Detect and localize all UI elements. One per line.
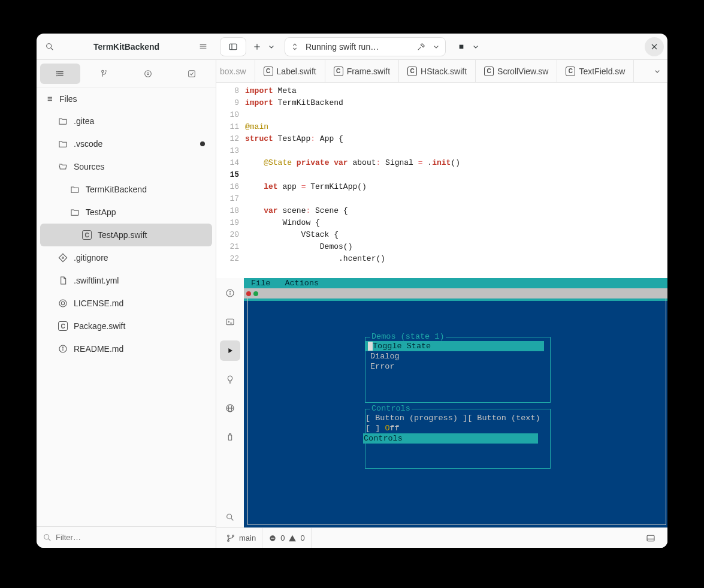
controls-checkbox[interactable]: [ ] Off xyxy=(363,423,402,433)
terminal-cursor xyxy=(368,342,373,351)
stop-dropdown[interactable] xyxy=(470,37,482,56)
search-icon xyxy=(225,512,235,522)
sidebar: Files .gitea.vscodeSourcesTermKitBackend… xyxy=(37,60,216,548)
run-omnibar[interactable]: Running swift run… xyxy=(285,37,446,56)
svg-point-25 xyxy=(62,257,64,259)
activity-icon xyxy=(288,42,302,52)
rail-search-button[interactable] xyxy=(220,507,240,527)
new-group xyxy=(249,37,277,56)
terminal-menu-actions[interactable]: Actions xyxy=(285,278,319,288)
modified-dot xyxy=(200,141,205,146)
rail-run-button[interactable] xyxy=(220,340,240,361)
tree-row[interactable]: LICENSE.md xyxy=(40,292,212,315)
tree-row[interactable]: .vscode xyxy=(40,132,212,155)
sidebar-tab-vcs[interactable] xyxy=(84,64,124,84)
demos-row[interactable]: Dialog xyxy=(368,351,402,361)
code-scroll[interactable]: 8910111213141516171819202122 import Meta… xyxy=(216,83,667,278)
status-right xyxy=(641,529,664,548)
tree-row[interactable]: TermKitBackend xyxy=(40,178,212,201)
new-dropdown[interactable] xyxy=(265,37,277,56)
close-window-button[interactable] xyxy=(645,37,664,56)
editor-tab[interactable]: box.sw xyxy=(216,60,255,82)
stop-button[interactable] xyxy=(453,37,470,56)
traffic-light-green xyxy=(253,291,258,296)
svg-line-1 xyxy=(51,48,53,50)
traffic-light-red xyxy=(246,291,251,296)
filter-input[interactable] xyxy=(56,533,210,542)
tree-row[interactable]: .gitignore xyxy=(40,246,212,269)
omnibar-dropdown[interactable] xyxy=(430,42,443,52)
tree-label: .swiftlint.yml xyxy=(74,276,205,285)
build-button[interactable] xyxy=(413,42,430,52)
demos-row[interactable]: Error xyxy=(368,361,397,372)
demos-frame[interactable]: Demos (state 1) Toggle StateDialogError xyxy=(365,337,551,403)
rail-info-button[interactable] xyxy=(220,283,240,303)
svg-point-20 xyxy=(147,73,149,74)
svg-rect-21 xyxy=(189,71,195,77)
rail-hints-button[interactable] xyxy=(220,369,240,390)
tree-row[interactable]: .gitea xyxy=(40,110,212,132)
svg-point-17 xyxy=(56,76,57,76)
hamburger-menu-button[interactable] xyxy=(194,37,213,56)
global-search-button[interactable] xyxy=(40,37,59,56)
controls-frame[interactable]: Controls [ Button (progress) ][ Button (… xyxy=(365,409,551,469)
branch-name: main xyxy=(239,533,256,542)
terminal-pane: File Actions Demos (state 1) Toggle Stat… xyxy=(216,278,667,527)
svg-point-16 xyxy=(56,74,57,74)
ide-window: TermKitBackend Running sw xyxy=(37,34,667,548)
controls-line-1[interactable]: [ Button (progress) ][ Button (text) xyxy=(363,413,543,423)
toggle-sidebar-button[interactable] xyxy=(220,37,246,56)
editor-tab[interactable]: CLabel.swift xyxy=(255,60,325,82)
editor-tab[interactable]: CTextField.sw xyxy=(557,60,634,82)
status-branch[interactable]: main xyxy=(220,528,262,548)
branch-worker-icon xyxy=(99,69,109,79)
error-badge-icon xyxy=(268,534,277,542)
terminal-menubar[interactable]: File Actions xyxy=(244,278,667,288)
editor-tab[interactable]: CFrame.swift xyxy=(325,60,399,82)
tree-row[interactable]: TestApp xyxy=(40,201,212,224)
code-content[interactable]: import Metaimport TermKitBackend @mainst… xyxy=(245,83,667,278)
demos-row[interactable]: Toggle State xyxy=(365,341,544,351)
controls-selected-row[interactable]: Controls xyxy=(363,433,538,444)
folder-icon xyxy=(69,207,81,217)
editor-tab[interactable]: CScrollView.sw xyxy=(476,60,557,82)
search-icon xyxy=(43,533,52,542)
tree-row[interactable]: .swiftlint.yml xyxy=(40,269,212,292)
toggle-bottom-panel-button[interactable] xyxy=(641,529,660,548)
tabs-overflow-button[interactable] xyxy=(647,60,667,82)
editor-tab[interactable]: CHStack.swift xyxy=(399,60,476,82)
svg-point-26 xyxy=(59,300,67,307)
sidebar-tab-tests[interactable] xyxy=(172,64,212,84)
rail-battery-button[interactable] xyxy=(220,427,240,447)
sidebar-tab-debug[interactable] xyxy=(128,64,168,84)
swift-file-icon: C xyxy=(566,67,575,76)
sidebar-tab-files[interactable] xyxy=(40,64,80,84)
folder-open-icon xyxy=(57,162,69,171)
tab-label: box.sw xyxy=(220,67,246,76)
folder-icon xyxy=(57,116,69,126)
project-title: TermKitBackend xyxy=(59,42,194,52)
list-icon xyxy=(56,69,65,79)
new-button[interactable] xyxy=(249,37,265,56)
svg-rect-36 xyxy=(226,319,234,324)
tree-row[interactable]: Sources xyxy=(40,155,212,178)
editor-area: 8910111213141516171819202122 import Meta… xyxy=(216,83,667,278)
svg-point-35 xyxy=(229,291,230,292)
folder-icon xyxy=(69,185,81,194)
status-diagnostics[interactable]: 0 0 xyxy=(262,528,311,548)
terminal-rail xyxy=(216,278,244,527)
svg-point-0 xyxy=(47,43,52,48)
file-tree[interactable]: .gitea.vscodeSourcesTermKitBackendTestAp… xyxy=(37,110,216,526)
terminal[interactable]: File Actions Demos (state 1) Toggle Stat… xyxy=(244,278,667,527)
svg-rect-42 xyxy=(228,435,231,441)
tree-row[interactable]: README.md xyxy=(40,337,212,360)
status-bar: main 0 0 xyxy=(216,527,667,548)
tab-label: HStack.swift xyxy=(421,67,467,76)
tab-label: Label.swift xyxy=(277,67,316,76)
rail-globe-button[interactable] xyxy=(220,398,240,418)
tree-row[interactable]: CPackage.swift xyxy=(40,315,212,337)
terminal-menu-file[interactable]: File xyxy=(251,278,270,288)
rail-terminal-button[interactable] xyxy=(220,312,240,332)
tree-row[interactable]: CTestApp.swift xyxy=(40,224,212,246)
swift-file-icon: C xyxy=(484,67,494,76)
